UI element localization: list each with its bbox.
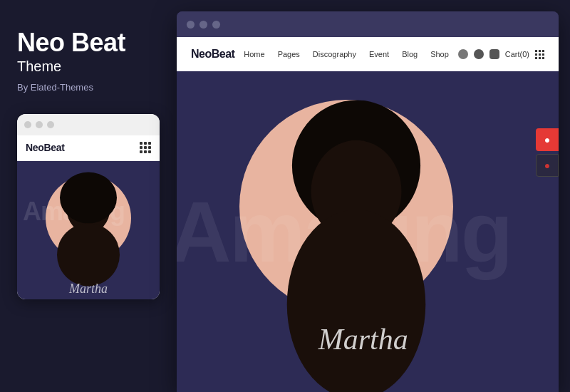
nav-link-event[interactable]: Event	[369, 50, 389, 58]
red-icon-symbol: ●	[544, 134, 550, 145]
grid-dot	[148, 142, 151, 145]
float-icon-dark[interactable]: ●	[536, 154, 559, 177]
grid-dot	[542, 50, 544, 52]
mobile-person-svg	[31, 161, 145, 299]
mobile-grid-icon	[140, 142, 151, 153]
cart-button[interactable]: Cart(0)	[505, 50, 529, 58]
grid-dot	[148, 146, 151, 149]
nav-link-home[interactable]: Home	[244, 50, 264, 58]
nav-link-pages[interactable]: Pages	[278, 50, 300, 58]
browser-hero: Amazing Martha ● ●	[177, 71, 559, 392]
theme-subtitle: Theme	[17, 58, 160, 75]
mobile-dot-2	[36, 121, 43, 128]
grid-dot	[144, 146, 147, 149]
mobile-brand: NeoBeat	[26, 142, 65, 153]
float-icons-panel: ● ●	[536, 128, 559, 177]
browser-dot-2	[200, 21, 207, 29]
mobile-titlebar	[17, 114, 160, 135]
nav-link-blog[interactable]: Blog	[402, 50, 418, 58]
svg-point-1	[60, 172, 117, 223]
grid-dot	[539, 57, 541, 59]
mobile-nav: NeoBeat	[17, 135, 160, 161]
grid-dot	[535, 50, 537, 52]
dark-icon-symbol: ●	[544, 160, 550, 171]
browser-brand: NeoBeat	[191, 48, 234, 61]
theme-title: Neo Beat	[17, 29, 160, 57]
search-icon[interactable]	[458, 49, 468, 59]
svg-point-7	[287, 210, 426, 392]
grid-dot	[539, 53, 541, 56]
float-icon-red[interactable]: ●	[536, 128, 559, 151]
browser-nav: NeoBeat Home Pages Discography Event Blo…	[177, 37, 559, 71]
grid-dot	[542, 57, 544, 59]
grid-dot	[140, 142, 142, 145]
soundcloud-icon[interactable]	[474, 49, 484, 59]
menu-grid-icon[interactable]	[535, 50, 544, 59]
grid-dot	[144, 142, 147, 145]
grid-dot	[535, 53, 537, 56]
mobile-dot-1	[24, 121, 31, 128]
svg-point-3	[57, 223, 120, 286]
nav-link-discography[interactable]: Discography	[313, 50, 356, 58]
mobile-hero-content: Amazing Martha	[17, 161, 160, 299]
sidebar: Neo Beat Theme By Elated-Themes NeoBeat	[0, 0, 177, 392]
nav-link-shop[interactable]: Shop	[430, 50, 449, 58]
mobile-signature: Martha	[69, 282, 108, 296]
browser-nav-links: Home Pages Discography Event Blog Shop	[244, 50, 449, 58]
grid-dot	[140, 150, 142, 153]
mobile-preview-card: NeoBeat Amazing	[17, 114, 160, 299]
hero-person-svg	[242, 86, 470, 392]
grid-dot	[144, 150, 147, 153]
browser-titlebar	[177, 11, 559, 37]
youtube-icon[interactable]	[489, 49, 499, 59]
theme-author: By Elated-Themes	[17, 82, 160, 93]
grid-dot	[542, 53, 544, 56]
browser-dot-3	[212, 21, 220, 29]
grid-dot	[539, 50, 541, 52]
browser-dot-1	[187, 21, 195, 29]
main-area: NeoBeat Home Pages Discography Event Blo…	[177, 0, 570, 392]
browser-window: NeoBeat Home Pages Discography Event Blo…	[177, 11, 559, 392]
mobile-dot-3	[47, 121, 54, 128]
sidebar-title-group: Neo Beat Theme By Elated-Themes	[17, 29, 160, 93]
grid-dot	[148, 150, 151, 153]
grid-dot	[535, 57, 537, 59]
browser-nav-icons: Cart(0)	[458, 49, 544, 59]
grid-dot	[140, 146, 142, 149]
